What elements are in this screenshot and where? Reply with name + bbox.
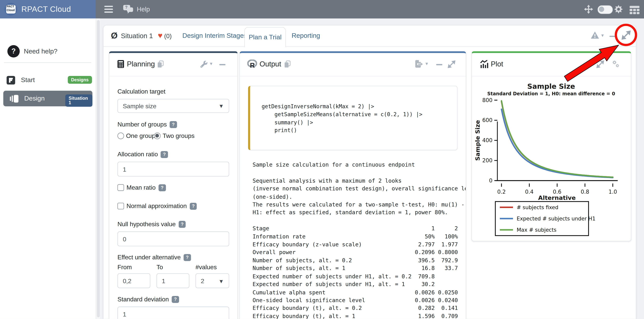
svg-text:400: 400 xyxy=(482,137,492,143)
copy-icon[interactable] xyxy=(157,60,164,68)
copy-icon[interactable] xyxy=(284,60,291,68)
expand-card-button[interactable] xyxy=(621,30,631,40)
effect-under-alternative-label: Effect under alternative? xyxy=(118,254,191,261)
standard-deviation-label: Standard deviation? xyxy=(118,296,179,303)
svg-text:Sample Size: Sample Size xyxy=(474,120,481,161)
brand-title: RPACT Cloud xyxy=(21,5,71,14)
top-bar: R PACT Cloud RPACT Cloud Help xyxy=(0,0,644,18)
help-badge-icon[interactable]: ? xyxy=(178,221,186,228)
calculation-target-label: Calculation target xyxy=(118,88,165,95)
wrench-icon[interactable] xyxy=(200,61,207,68)
output-panel: R Output ▾ getDesignInve xyxy=(240,51,466,319)
to-input[interactable]: 1 xyxy=(156,273,189,288)
warning-caret-icon[interactable]: ▾ xyxy=(601,32,604,38)
export-icon[interactable] xyxy=(414,59,424,68)
chevron-down-icon: ▼ xyxy=(218,103,224,109)
scrollbar-thumb[interactable] xyxy=(97,20,100,317)
tab-design-interim-stages[interactable]: Design Interim Stages xyxy=(182,32,247,39)
wrench-caret-icon[interactable]: ▾ xyxy=(210,61,212,67)
minimize-card-button[interactable] xyxy=(610,36,616,37)
minimize-panel-button[interactable] xyxy=(436,64,442,65)
minimize-panel-button[interactable] xyxy=(220,64,226,65)
from-label: From xyxy=(118,264,132,271)
svg-text:Standard Deviation = 1, H0: me: Standard Deviation = 1, H0: mean differe… xyxy=(487,91,615,96)
from-input[interactable]: 0,2 xyxy=(118,273,150,288)
calculator-icon xyxy=(118,60,124,68)
export-caret-icon[interactable]: ▾ xyxy=(426,61,428,67)
svg-text:800: 800 xyxy=(482,97,492,103)
start-icon xyxy=(6,76,15,84)
help-badge-icon[interactable]: ? xyxy=(170,121,177,128)
svg-text:Alternative: Alternative xyxy=(538,194,576,201)
radio-one-group[interactable] xyxy=(118,133,124,139)
expand-panel-button[interactable] xyxy=(447,60,456,68)
rpact-logo: R PACT Cloud xyxy=(4,3,17,16)
panel-title: Plot xyxy=(491,60,503,68)
null-set-icon: Ø xyxy=(111,31,118,41)
plot-settings-gears-icon[interactable] xyxy=(611,59,620,68)
help-badge-icon[interactable]: ? xyxy=(158,184,166,191)
favorite-count: (0) xyxy=(164,32,172,39)
svg-text:Max # subjects: Max # subjects xyxy=(517,227,556,233)
svg-text:Expected # subjects under H1: Expected # subjects under H1 xyxy=(517,216,596,222)
sidebar-item-design[interactable]: Design Situation 1 xyxy=(3,91,92,106)
help-badge-icon[interactable]: ? xyxy=(184,254,191,261)
svg-text:0.6: 0.6 xyxy=(553,189,562,195)
chevron-down-icon: ▼ xyxy=(218,278,224,285)
design-icon xyxy=(10,94,18,102)
theme-toggle[interactable] xyxy=(598,5,613,14)
normal-approximation-label: Normal approximation? xyxy=(126,202,197,210)
radio-two-groups[interactable] xyxy=(154,133,161,139)
svg-text:0.4: 0.4 xyxy=(525,189,534,195)
main-card: Ø Situation 1 ♥ (0) Design Interim Stage… xyxy=(104,25,636,319)
help-badge-icon[interactable]: ? xyxy=(161,151,168,158)
help-chat-icon xyxy=(123,5,134,14)
expand-panel-button[interactable] xyxy=(596,60,605,68)
svg-text:0.8: 0.8 xyxy=(581,189,589,195)
warning-icon[interactable] xyxy=(590,31,599,39)
situation-badge: Situation 1 xyxy=(65,94,92,107)
r-logo-icon: R xyxy=(247,59,257,68)
chart-icon xyxy=(480,60,488,68)
sidebar-item-label: Design xyxy=(24,95,45,102)
favorite-heart-icon[interactable]: ♥ xyxy=(158,31,162,40)
allocation-ratio-input[interactable]: 1 xyxy=(118,162,229,176)
values-label: #values xyxy=(196,264,217,271)
plot-panel: Plot Sample SizeStandard Deviation = 1, … xyxy=(472,51,631,241)
tab-plan-a-trial[interactable]: Plan a Trial xyxy=(244,27,286,47)
to-label: To xyxy=(156,264,163,271)
arrows-move-icon[interactable] xyxy=(584,4,594,14)
tab-situation[interactable]: Ø Situation 1 ♥ (0) xyxy=(111,31,172,41)
brand-header[interactable]: R PACT Cloud RPACT Cloud xyxy=(0,0,96,18)
r-code[interactable]: getDesignInverseNormal(kMax = 2) |> getS… xyxy=(250,86,457,134)
apps-grid-icon[interactable] xyxy=(630,5,640,15)
values-select[interactable]: 2▼ xyxy=(196,273,229,288)
menu-toggle-icon[interactable] xyxy=(104,6,113,13)
svg-text:1.0: 1.0 xyxy=(608,189,617,195)
planning-panel: Planning ▾ Calculation target Sample siz… xyxy=(109,51,238,319)
help-badge-icon[interactable]: ? xyxy=(172,296,179,303)
standard-deviation-input[interactable]: 1 xyxy=(118,307,229,319)
mean-ratio-checkbox[interactable] xyxy=(118,184,124,191)
tab-reporting[interactable]: Reporting xyxy=(292,32,320,39)
help-badge-icon[interactable]: ? xyxy=(190,203,197,210)
question-icon: ? xyxy=(7,45,20,57)
sidebar-need-help[interactable]: ? Need help? xyxy=(0,42,96,60)
svg-text:0: 0 xyxy=(489,177,492,184)
normal-approximation-checkbox[interactable] xyxy=(118,203,124,209)
r-code-block: getDesignInverseNormal(kMax = 2) |> getS… xyxy=(248,86,458,150)
allocation-ratio-label: Allocation ratio? xyxy=(118,151,168,158)
sidebar: ? Need help? Start Designs Design Situat… xyxy=(0,18,96,319)
calculation-target-select[interactable]: Sample size▼ xyxy=(118,99,229,113)
settings-gear-icon[interactable] xyxy=(614,4,624,14)
sidebar-item-start[interactable]: Start Designs xyxy=(0,72,96,88)
app-viewport: R PACT Cloud RPACT Cloud Help ? Need he xyxy=(0,0,644,319)
null-hypothesis-input[interactable]: 0 xyxy=(118,232,229,246)
svg-text:R: R xyxy=(250,61,255,68)
sidebar-item-label: Start xyxy=(21,76,35,84)
panel-title: Planning xyxy=(127,60,155,68)
sample-size-chart: Sample SizeStandard Deviation = 1, H0: m… xyxy=(472,75,631,241)
svg-text:Sample Size: Sample Size xyxy=(527,82,575,90)
mean-ratio-label: Mean ratio? xyxy=(126,184,166,191)
help-button[interactable]: Help xyxy=(123,4,150,15)
